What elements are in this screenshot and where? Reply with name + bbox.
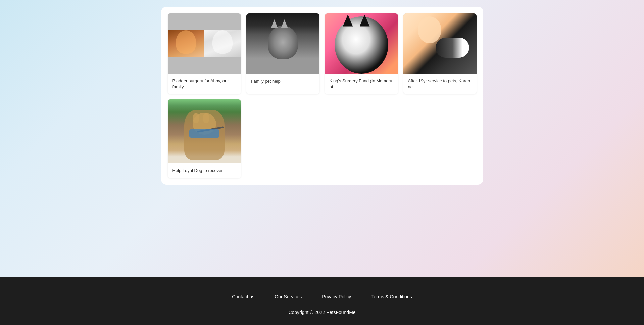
card-kings-surgery[interactable]: King's Surgery Fund (In Memory of ... xyxy=(325,13,398,94)
card-3-image xyxy=(325,13,398,74)
card-5-text: Help Loyal Dog to recover xyxy=(172,168,223,174)
bottom-cards-grid: Help Loyal Dog to recover xyxy=(168,99,477,178)
kitten-right xyxy=(204,30,241,57)
card-2-text: Family pet help xyxy=(251,78,281,84)
card-1-image xyxy=(168,13,241,74)
cards-container: Bladder surgery for Abby, our family... … xyxy=(161,7,483,185)
card-3-label: King's Surgery Fund (In Memory of ... xyxy=(325,74,398,94)
top-cards-grid: Bladder surgery for Abby, our family... … xyxy=(168,13,477,94)
card-5-image xyxy=(168,99,241,163)
card-after-service[interactable]: After 19yr service to pets, Karen ne... xyxy=(403,13,477,94)
card-1-photo xyxy=(168,13,241,74)
footer-copyright: Copyright © 2022 PetsFoundMe xyxy=(7,310,637,315)
footer-contact-us[interactable]: Contact us xyxy=(232,294,254,299)
footer-privacy-policy[interactable]: Privacy Policy xyxy=(322,294,351,299)
card-5-label: Help Loyal Dog to recover xyxy=(168,163,241,178)
card-family-pet[interactable]: Family pet help xyxy=(246,13,319,94)
card-3-text: King's Surgery Fund (In Memory of ... xyxy=(330,78,393,90)
card-2-label: Family pet help xyxy=(246,74,319,89)
card-4-image xyxy=(403,13,477,74)
card-3-photo xyxy=(325,13,398,74)
card-4-photo xyxy=(403,13,477,74)
card-1-label: Bladder surgery for Abby, our family... xyxy=(168,74,241,94)
main-content: Bladder surgery for Abby, our family... … xyxy=(0,0,644,277)
card-1-text: Bladder surgery for Abby, our family... xyxy=(172,78,236,90)
card-5-photo xyxy=(168,99,241,163)
card-loyal-dog[interactable]: Help Loyal Dog to recover xyxy=(168,99,241,178)
footer-terms-conditions[interactable]: Terms & Conditions xyxy=(371,294,412,299)
page-wrapper: Bladder surgery for Abby, our family... … xyxy=(0,0,644,325)
card-2-photo xyxy=(246,13,319,74)
card-4-text: After 19yr service to pets, Karen ne... xyxy=(408,78,472,90)
footer: Contact us Our Services Privacy Policy T… xyxy=(0,277,644,325)
footer-links: Contact us Our Services Privacy Policy T… xyxy=(7,294,637,299)
card-4-label: After 19yr service to pets, Karen ne... xyxy=(403,74,477,94)
footer-our-services[interactable]: Our Services xyxy=(275,294,302,299)
card-2-image xyxy=(246,13,319,74)
card-bladder-surgery[interactable]: Bladder surgery for Abby, our family... xyxy=(168,13,241,94)
copyright-text: Copyright © 2022 PetsFoundMe xyxy=(288,310,355,315)
kitten-left xyxy=(168,30,204,57)
